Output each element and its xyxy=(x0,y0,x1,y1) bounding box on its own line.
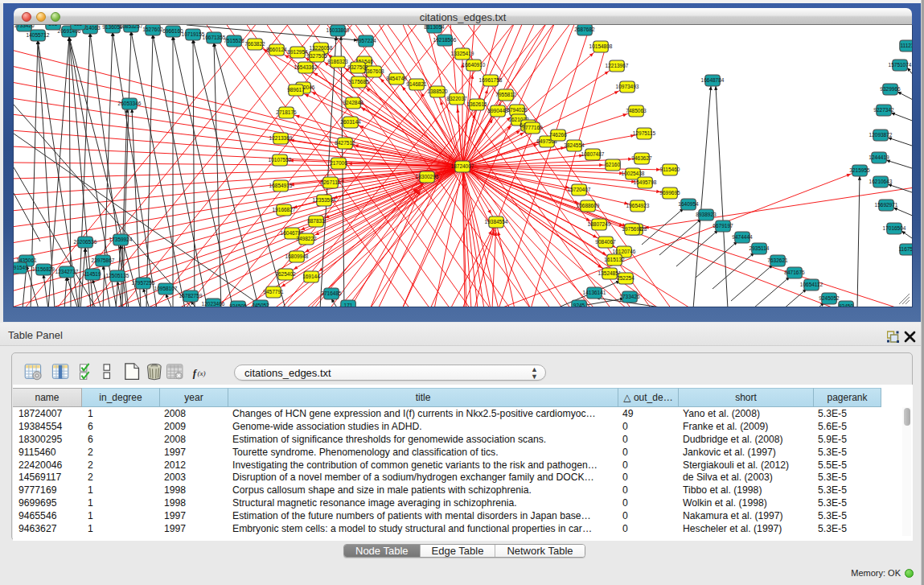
svg-text:13226058: 13226058 xyxy=(310,45,333,51)
svg-text:10654112: 10654112 xyxy=(800,282,823,287)
svg-text:16782759: 16782759 xyxy=(179,293,203,299)
svg-text:9327505: 9327505 xyxy=(306,53,327,59)
svg-text:8322037: 8322037 xyxy=(446,96,467,101)
svg-text:217006: 217006 xyxy=(330,160,347,166)
svg-text:10107552: 10107552 xyxy=(269,157,292,163)
svg-text:10120746: 10120746 xyxy=(613,249,636,254)
svg-text:118: 118 xyxy=(74,25,83,27)
svg-text:1733426: 1733426 xyxy=(14,25,35,28)
svg-text:8912954: 8912954 xyxy=(287,49,308,55)
svg-text:14136141: 14136141 xyxy=(583,290,606,295)
svg-text:10807487: 10807487 xyxy=(581,151,605,157)
svg-text:1244419: 1244419 xyxy=(869,154,889,160)
svg-text:16033809: 16033809 xyxy=(326,27,350,33)
svg-text:8454749: 8454749 xyxy=(386,76,407,81)
svg-text:7625402: 7625402 xyxy=(275,271,296,277)
svg-text:116753: 116753 xyxy=(898,246,912,252)
svg-text:1527602: 1527602 xyxy=(142,27,163,32)
svg-text:205: 205 xyxy=(49,25,58,27)
svg-text:245052: 245052 xyxy=(252,303,269,307)
svg-text:9474444: 9474444 xyxy=(732,234,753,240)
svg-text:15751074: 15751074 xyxy=(889,62,912,68)
svg-text:1975692: 1975692 xyxy=(622,226,643,232)
svg-text:7957224: 7957224 xyxy=(355,38,376,43)
svg-text:169144: 169144 xyxy=(302,274,320,279)
svg-text:7663822: 7663822 xyxy=(244,41,265,47)
svg-text:16961758: 16961758 xyxy=(479,77,503,83)
svg-text:12023466: 12023466 xyxy=(202,301,225,307)
svg-text:2603144: 2603144 xyxy=(340,119,361,125)
svg-text:18300295: 18300295 xyxy=(416,174,439,179)
svg-text:18807249: 18807249 xyxy=(588,221,611,227)
svg-text:16671355: 16671355 xyxy=(203,35,226,40)
svg-text:9227342: 9227342 xyxy=(873,107,894,113)
svg-text:12213369: 12213369 xyxy=(269,135,293,141)
svg-text:924505: 924505 xyxy=(229,303,247,307)
svg-text:252254: 252254 xyxy=(617,275,634,281)
svg-text:19218506: 19218506 xyxy=(433,37,457,43)
svg-text:2687682: 2687682 xyxy=(574,27,595,32)
svg-text:7515526: 7515526 xyxy=(224,38,244,43)
svg-text:11156829: 11156829 xyxy=(32,266,55,272)
svg-text:3824554: 3824554 xyxy=(564,142,585,148)
svg-text:171: 171 xyxy=(344,303,353,307)
svg-text:12213967: 12213967 xyxy=(606,63,629,68)
svg-text:15720407: 15720407 xyxy=(568,187,591,192)
svg-text:10719155: 10719155 xyxy=(182,31,205,37)
svg-text:6794028: 6794028 xyxy=(507,107,528,113)
svg-text:8471676: 8471676 xyxy=(784,270,805,275)
svg-text:1388520: 1388520 xyxy=(427,89,448,94)
svg-text:9242848: 9242848 xyxy=(343,100,363,105)
svg-text:12975115: 12975115 xyxy=(633,130,656,136)
svg-text:10154808: 10154808 xyxy=(589,43,613,49)
svg-text:92450: 92450 xyxy=(839,303,853,307)
svg-text:26053346: 26053346 xyxy=(118,101,142,106)
svg-text:746266: 746266 xyxy=(549,132,567,138)
svg-text:9329966: 9329966 xyxy=(880,86,901,92)
svg-text:12342737: 12342737 xyxy=(55,269,79,274)
svg-text:2367608: 2367608 xyxy=(363,68,384,74)
svg-text:2718176: 2718176 xyxy=(276,109,297,115)
svg-text:9084067: 9084067 xyxy=(595,239,616,245)
svg-text:10973493: 10973493 xyxy=(616,84,639,89)
svg-text:887833: 887833 xyxy=(307,218,325,224)
svg-text:2935114: 2935114 xyxy=(749,245,770,251)
svg-text:3215955: 3215955 xyxy=(849,167,870,173)
svg-text:3716485: 3716485 xyxy=(321,290,342,296)
svg-text:16543362: 16543362 xyxy=(294,64,318,70)
svg-text:15692971: 15692971 xyxy=(875,202,898,208)
svg-text:1615132: 1615132 xyxy=(604,257,625,262)
svg-text:23975867: 23975867 xyxy=(92,257,115,263)
svg-text:8267110: 8267110 xyxy=(321,179,341,185)
svg-text:7632621: 7632621 xyxy=(767,257,788,263)
svg-text:19654923: 19654923 xyxy=(626,203,650,208)
svg-text:3175685: 3175685 xyxy=(348,79,369,84)
svg-text:11123: 11123 xyxy=(900,43,912,48)
svg-text:17359924: 17359924 xyxy=(109,237,133,242)
svg-text:7485063: 7485063 xyxy=(626,108,647,113)
svg-text:8990448: 8990448 xyxy=(487,108,508,113)
svg-text:18724007: 18724007 xyxy=(451,163,474,169)
svg-text:391549: 391549 xyxy=(14,265,28,270)
svg-text:15495798: 15495798 xyxy=(634,179,657,185)
svg-text:8186323: 8186323 xyxy=(327,59,348,64)
svg-text:9457791: 9457791 xyxy=(263,289,284,295)
svg-text:8660124: 8660124 xyxy=(266,47,287,52)
svg-text:13325419: 13325419 xyxy=(451,51,474,56)
svg-text:19384554: 19384554 xyxy=(485,219,508,225)
svg-text:114519: 114519 xyxy=(84,271,101,277)
svg-text:9463627: 9463627 xyxy=(631,155,652,161)
svg-text:62160: 62160 xyxy=(606,162,620,167)
svg-text:8813054: 8813054 xyxy=(424,25,445,30)
svg-text:6966160: 6966160 xyxy=(162,28,183,34)
svg-text:9115460: 9115460 xyxy=(660,167,680,172)
svg-text:17016504: 17016504 xyxy=(883,225,906,231)
svg-text:12353594: 12353594 xyxy=(313,197,336,203)
svg-text:17957255: 17957255 xyxy=(132,280,155,286)
svg-text:10688609: 10688609 xyxy=(577,203,600,208)
svg-text:1362615: 1362615 xyxy=(466,101,487,107)
svg-text:14055712: 14055712 xyxy=(27,32,50,38)
svg-text:9245052: 9245052 xyxy=(819,295,840,301)
svg-text:16648784: 16648784 xyxy=(701,77,725,83)
svg-text:1733426: 1733426 xyxy=(619,294,640,299)
